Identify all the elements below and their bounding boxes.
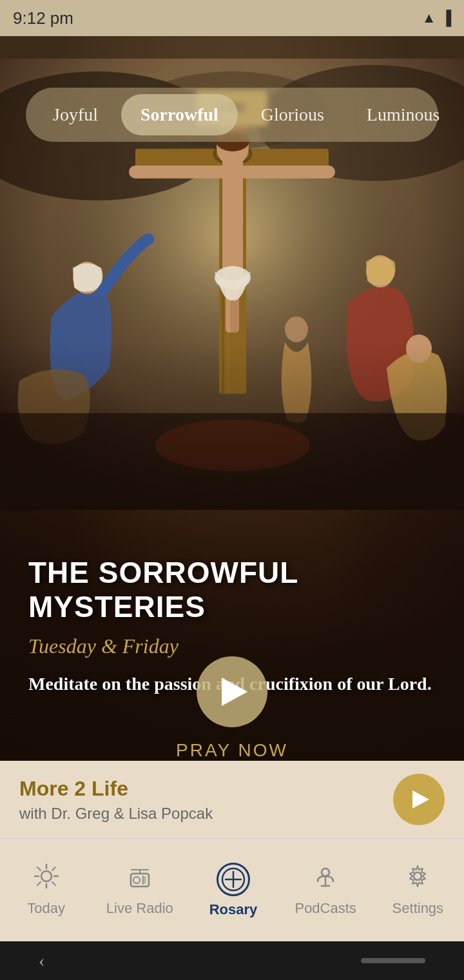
np-subtitle: with Dr. Greg & Lisa Popcak — [19, 805, 213, 823]
now-playing-bar: More 2 Life with Dr. Greg & Lisa Popcak — [0, 761, 464, 838]
svg-point-37 — [133, 877, 140, 883]
podcasts-icon — [313, 863, 338, 895]
live-radio-icon — [127, 863, 153, 895]
tab-sorrowful[interactable]: Sorrowful — [121, 94, 238, 135]
rosary-icon — [217, 863, 250, 896]
today-icon — [34, 863, 59, 895]
svg-rect-13 — [222, 154, 243, 283]
svg-point-19 — [132, 167, 142, 177]
tab-glorious[interactable]: Glorious — [242, 94, 343, 135]
home-indicator[interactable] — [361, 958, 425, 963]
svg-line-32 — [37, 867, 41, 870]
svg-point-20 — [323, 167, 333, 177]
svg-line-34 — [52, 867, 55, 870]
nav-today-label: Today — [27, 900, 65, 917]
status-time: 9:12 pm — [13, 8, 73, 28]
mystery-days: Tuesday & Friday — [28, 634, 436, 658]
nav-rosary-label: Rosary — [209, 901, 258, 918]
status-icons: ▲ ▐ — [422, 10, 451, 26]
svg-point-45 — [322, 868, 329, 876]
svg-line-35 — [37, 882, 41, 885]
nav-live-radio-label: Live Radio — [106, 900, 173, 917]
nav-podcasts[interactable]: PodCasts — [293, 863, 358, 917]
nav-settings-label: Settings — [392, 900, 444, 917]
system-nav: ‹ — [0, 941, 464, 980]
wifi-icon: ▲ — [422, 10, 436, 26]
now-playing-info: More 2 Life with Dr. Greg & Lisa Popcak — [19, 777, 213, 823]
tab-joyful[interactable]: Joyful — [34, 94, 117, 135]
play-section: PRAY NOW — [176, 656, 288, 761]
svg-point-24 — [285, 317, 308, 342]
nav-rosary[interactable]: Rosary — [201, 863, 266, 918]
battery-icon: ▐ — [441, 10, 451, 26]
mystery-title: THE SORROWFUL MYSTERIES — [28, 556, 436, 624]
nav-today[interactable]: Today — [14, 863, 79, 917]
nav-podcasts-label: PodCasts — [295, 900, 356, 917]
nav-settings[interactable]: Settings — [385, 863, 450, 917]
main-content: INRI — [0, 36, 464, 799]
np-play-button[interactable] — [393, 774, 445, 825]
pray-now-label: PRAY NOW — [176, 740, 288, 761]
settings-icon — [405, 863, 430, 895]
nav-live-radio[interactable]: Live Radio — [106, 863, 173, 917]
svg-line-33 — [52, 882, 55, 885]
back-button[interactable]: ‹ — [39, 950, 44, 971]
svg-point-48 — [414, 872, 421, 880]
bottom-nav: Today Live Radio Rosary — [0, 838, 464, 941]
tab-luminous[interactable]: Luminous — [347, 94, 459, 135]
play-button[interactable] — [197, 656, 267, 727]
svg-point-27 — [41, 871, 52, 881]
tabs-container: Joyful Sorrowful Glorious Luminous — [26, 88, 438, 142]
np-title: More 2 Life — [19, 777, 213, 801]
status-bar: 9:12 pm ▲ ▐ — [0, 0, 464, 36]
